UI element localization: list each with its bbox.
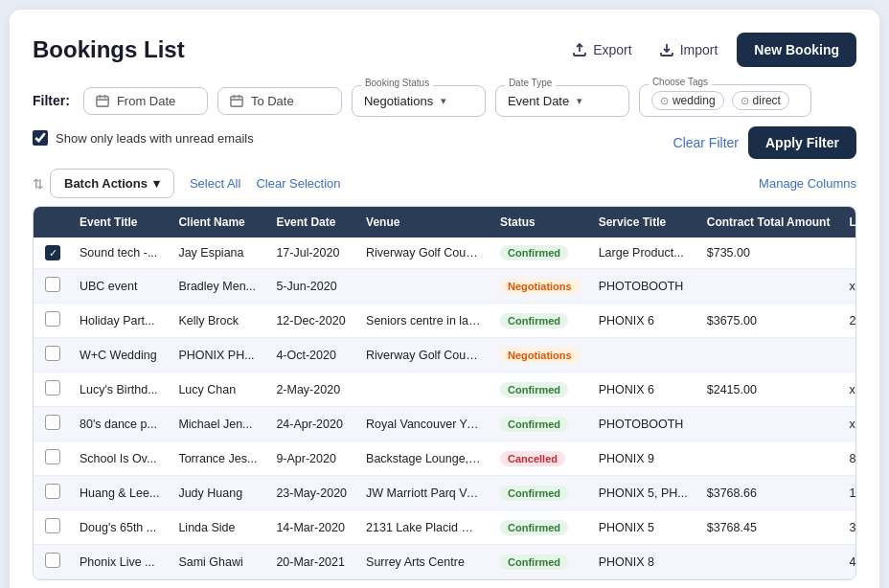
row-checkbox-5[interactable]	[34, 407, 70, 441]
calendar-icon	[96, 94, 109, 107]
row-checkbox-7[interactable]	[34, 476, 70, 510]
tags-wrapper: Choose Tags ⊙ wedding ⊙ direct	[639, 84, 811, 117]
page-header: Bookings List Export Import New Booking	[33, 33, 856, 67]
row-service-title-5: PHOTOBOOTH	[589, 407, 697, 441]
row-load-in-8: 3PM	[839, 510, 856, 545]
row-contract-total-9	[697, 545, 840, 579]
clear-selection-button[interactable]: Clear Selection	[256, 176, 340, 191]
row-checkbox-1[interactable]	[34, 269, 70, 304]
tag-direct[interactable]: ⊙ direct	[732, 91, 789, 110]
row-load-in-1: x	[839, 269, 856, 304]
row-venue-7: JW Marriott Parq Va...	[356, 476, 490, 510]
row-status-2: Confirmed	[490, 304, 589, 338]
row-venue-3: Riverway Golf Cours...	[356, 338, 490, 373]
row-checkbox-0[interactable]	[34, 237, 70, 269]
row-contract-total-1	[697, 269, 840, 304]
row-client-name-3: PHONIX PH...	[169, 338, 266, 373]
table-header-row: Event Title Client Name Event Date Venue…	[34, 207, 856, 237]
row-checkbox-9[interactable]	[34, 545, 70, 579]
from-date-input[interactable]: From Date	[83, 87, 208, 115]
row-checkbox-6[interactable]	[34, 441, 70, 476]
row-checkbox-2[interactable]	[34, 304, 70, 338]
row-checkbox-8[interactable]	[34, 510, 70, 545]
import-icon	[659, 42, 674, 57]
tag-wedding-label: wedding	[672, 94, 716, 107]
col-client-name: Client Name	[169, 207, 266, 237]
row-event-title-6: School Is Ov...	[70, 441, 169, 476]
row-venue-9: Surrey Arts Centre	[356, 545, 490, 579]
row-status-0: Confirmed	[490, 237, 589, 269]
bookings-table-wrapper: Event Title Client Name Event Date Venue…	[33, 206, 856, 580]
row-event-date-3: 4-Oct-2020	[266, 338, 356, 373]
row-contract-total-7: $3768.66	[697, 476, 840, 510]
row-venue-8: 2131 Lake Placid Rd, ...	[356, 510, 490, 545]
export-icon	[572, 42, 587, 57]
row-client-name-6: Torrance Jes...	[169, 441, 266, 476]
row-service-title-2: PHONIX 6	[589, 304, 697, 338]
clear-filter-button[interactable]: Clear Filter	[673, 135, 739, 150]
select-all-button[interactable]: Select All	[190, 176, 240, 191]
col-event-title: Event Title	[70, 207, 169, 237]
col-status: Status	[490, 207, 589, 237]
page-title: Bookings List	[33, 36, 185, 63]
row-load-in-3	[839, 338, 856, 373]
row-client-name-1: Bradley Men...	[169, 269, 266, 304]
chevron-down-icon: ▾	[441, 95, 446, 107]
row-venue-0: Riverway Golf Cours...	[356, 237, 490, 269]
row-checkbox-3[interactable]	[34, 338, 70, 373]
row-service-title-8: PHONIX 5	[589, 510, 697, 545]
row-event-date-6: 9-Apr-2020	[266, 441, 356, 476]
row-event-date-0: 17-Jul-2020	[266, 237, 356, 269]
filter-actions: Clear Filter Apply Filter	[673, 126, 856, 159]
new-booking-button[interactable]: New Booking	[737, 33, 856, 67]
manage-columns-button[interactable]: Manage Columns	[759, 176, 856, 191]
row-event-date-2: 12-Dec-2020	[266, 304, 356, 338]
calendar-icon-2	[230, 94, 243, 107]
row-checkbox-4[interactable]	[34, 373, 70, 407]
row-status-4: Confirmed	[490, 373, 589, 407]
filter-label: Filter:	[33, 93, 70, 108]
row-service-title-7: PHONIX 5, PH...	[589, 476, 697, 510]
chevron-down-icon-3: ▾	[153, 176, 160, 191]
booking-status-select[interactable]: Negotiations ▾	[352, 85, 486, 117]
row-contract-total-5	[697, 407, 840, 441]
row-venue-5: Royal Vancouver Ya...	[356, 407, 490, 441]
apply-filter-button[interactable]: Apply Filter	[748, 126, 856, 159]
row-event-title-9: Phonix Live ...	[70, 545, 169, 579]
filter-row: Filter: From Date To Date Booking Status…	[33, 84, 856, 117]
tag-direct-label: direct	[753, 94, 781, 107]
row-event-date-9: 20-Mar-2021	[266, 545, 356, 579]
row-status-1: Negotiations	[490, 269, 589, 304]
row-contract-total-3	[697, 338, 840, 373]
batch-actions-label: Batch Actions	[64, 176, 148, 191]
checkbox-header	[34, 207, 70, 237]
row-contract-total-2: $3675.00	[697, 304, 840, 338]
row-client-name-2: Kelly Brock	[169, 304, 266, 338]
row-service-title-9: PHONIX 8	[589, 545, 697, 579]
tags-box[interactable]: ⊙ wedding ⊙ direct	[639, 84, 811, 117]
row-event-date-5: 24-Apr-2020	[266, 407, 356, 441]
import-label: Import	[680, 42, 718, 57]
table-row: Doug's 65th ... Linda Side 14-Mar-2020 2…	[34, 510, 856, 545]
row-event-date-1: 5-Jun-2020	[266, 269, 356, 304]
to-date-input[interactable]: To Date	[217, 87, 342, 115]
import-button[interactable]: Import	[651, 36, 726, 63]
row-event-title-5: 80's dance p...	[70, 407, 169, 441]
row-event-date-4: 2-May-2020	[266, 373, 356, 407]
table-row: W+C Wedding PHONIX PH... 4-Oct-2020 Rive…	[34, 338, 856, 373]
col-contract-total: Contract Total Amount	[697, 207, 840, 237]
date-type-select[interactable]: Event Date ▾	[495, 85, 629, 117]
header-actions: Export Import New Booking	[564, 33, 856, 67]
row-contract-total-6	[697, 441, 840, 476]
export-button[interactable]: Export	[564, 36, 639, 63]
row-status-7: Confirmed	[490, 476, 589, 510]
row-service-title-0: Large Product...	[589, 237, 697, 269]
row-client-name-5: Michael Jen...	[169, 407, 266, 441]
tag-wedding[interactable]: ⊙ wedding	[651, 91, 724, 110]
row-venue-1	[356, 269, 490, 304]
bookings-table: Event Title Client Name Event Date Venue…	[34, 207, 856, 579]
row-service-title-4: PHONIX 6	[589, 373, 697, 407]
pagination-row: Go to page: Show rows: 20 50 100 1-20 of…	[33, 580, 856, 588]
show-unread-checkbox[interactable]	[33, 130, 48, 146]
batch-actions-button[interactable]: Batch Actions ▾	[50, 169, 174, 198]
